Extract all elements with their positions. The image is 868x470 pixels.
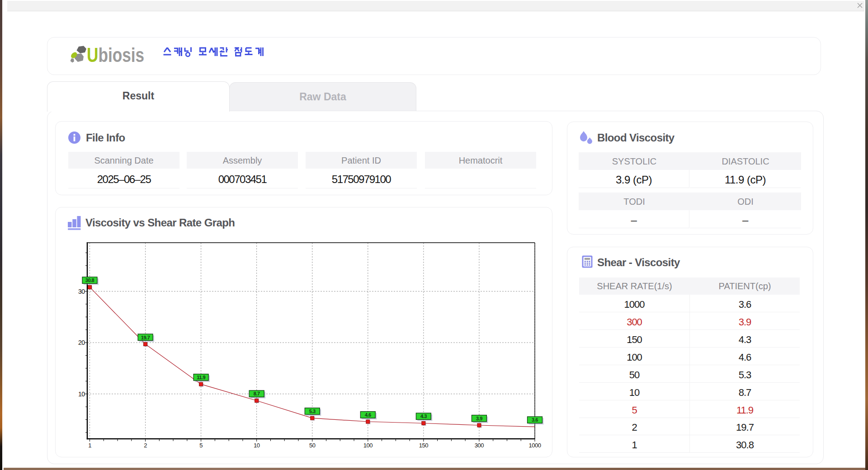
svg-text:10: 10 (254, 442, 260, 449)
svg-text:5.3: 5.3 (309, 409, 316, 414)
svg-text:2: 2 (144, 442, 147, 449)
svg-text:3.6: 3.6 (532, 417, 538, 423)
svg-text:10: 10 (78, 390, 85, 398)
svg-text:1000: 1000 (529, 442, 541, 449)
svg-text:11.9: 11.9 (197, 375, 205, 380)
svg-text:300: 300 (475, 442, 484, 449)
svg-text:150: 150 (419, 442, 428, 449)
svg-text:1: 1 (88, 442, 91, 449)
svg-text:8.7: 8.7 (254, 391, 260, 396)
svg-text:4.3: 4.3 (420, 414, 427, 419)
svg-text:30: 30 (78, 288, 85, 295)
svg-text:3.9: 3.9 (476, 416, 482, 421)
svg-text:50: 50 (309, 442, 316, 449)
svg-text:19.7: 19.7 (141, 335, 150, 340)
svg-text:100: 100 (363, 442, 373, 449)
svg-text:4.6: 4.6 (365, 412, 371, 418)
svg-text:5: 5 (199, 442, 203, 449)
svg-text:30.8: 30.8 (85, 277, 94, 283)
svg-text:20: 20 (78, 339, 85, 346)
